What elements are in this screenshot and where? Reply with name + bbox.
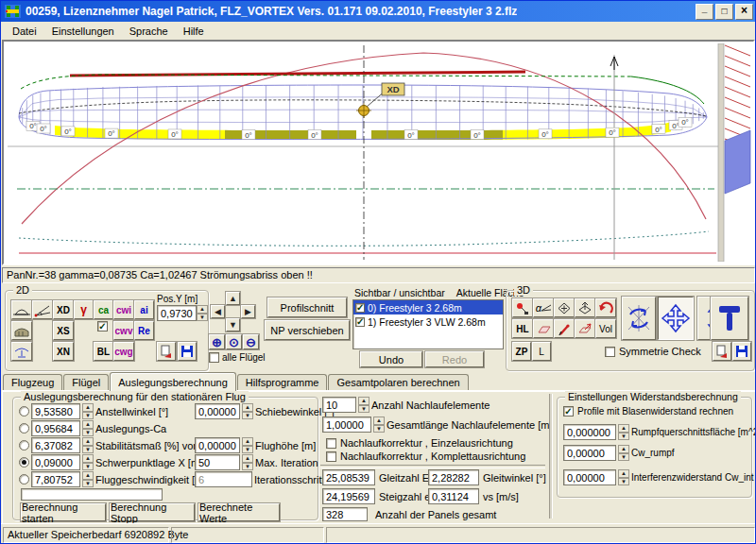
lift-3d-button[interactable] bbox=[575, 298, 595, 317]
tab-fluegel[interactable]: Flügel bbox=[63, 374, 109, 391]
radio-auslegungs-ca[interactable] bbox=[19, 423, 29, 434]
nachlaufkorrektur-komplett-checkbox[interactable] bbox=[326, 451, 336, 462]
toggle-cwv-button[interactable]: cwv bbox=[113, 321, 134, 340]
tools-button[interactable] bbox=[711, 297, 748, 340]
canvas-splitter[interactable] bbox=[718, 43, 724, 262]
maximize-button[interactable] bbox=[715, 4, 733, 20]
cw-int-spinner[interactable] bbox=[618, 469, 629, 485]
flughoehe-input[interactable] bbox=[195, 437, 240, 453]
pen-button[interactable] bbox=[554, 319, 575, 338]
copy-2d-button[interactable] bbox=[157, 342, 176, 361]
radio-schwerpunktlage[interactable] bbox=[19, 457, 29, 468]
rotate-3d-button[interactable] bbox=[622, 297, 656, 340]
minimize-button[interactable] bbox=[696, 4, 713, 20]
cw-int-input[interactable] bbox=[563, 469, 616, 485]
rumpfquerschnitt-input[interactable] bbox=[563, 424, 616, 440]
toggle-re-button[interactable]: Re bbox=[134, 321, 154, 340]
toggle-cwi-button[interactable]: cwi bbox=[113, 300, 134, 319]
profilschnitt-button[interactable]: Profilschnitt bbox=[267, 298, 347, 317]
surface-1-visible-checkbox[interactable] bbox=[355, 317, 365, 327]
alle-fluegel-checkbox[interactable] bbox=[209, 352, 219, 363]
pan-down-button[interactable] bbox=[226, 318, 240, 332]
cw-rumpf-spinner[interactable] bbox=[618, 445, 629, 461]
pin-button[interactable] bbox=[512, 298, 533, 317]
view-canopy-button[interactable] bbox=[11, 300, 32, 319]
toggle-bl-button[interactable]: BL bbox=[94, 342, 113, 361]
surface-0-visible-checkbox[interactable] bbox=[355, 303, 365, 313]
reset-view-button[interactable] bbox=[595, 298, 616, 317]
zoom-in-button[interactable] bbox=[209, 334, 225, 349]
toggle-xd-button[interactable]: XD bbox=[53, 300, 74, 319]
radio-fluggeschwindigkeit[interactable] bbox=[19, 474, 29, 484]
pan-left-button[interactable] bbox=[211, 305, 225, 318]
anstellwinkel-spinner[interactable] bbox=[82, 403, 94, 419]
zp-button[interactable]: ZP bbox=[512, 342, 531, 361]
vol-button[interactable]: Vol bbox=[595, 319, 616, 338]
pan-up-button[interactable] bbox=[226, 292, 240, 305]
np-verschieben-button[interactable]: NP verschieben bbox=[265, 320, 350, 340]
gesamtlaenge-input[interactable] bbox=[322, 416, 371, 433]
toggle-ai-button[interactable]: ai bbox=[134, 300, 154, 319]
rumpfquerschnitt-spinner[interactable] bbox=[618, 424, 629, 440]
save-2d-button[interactable] bbox=[178, 342, 197, 361]
menu-einstellungen[interactable]: Einstellungen bbox=[44, 24, 122, 39]
wing-view-canvas[interactable]: 0°0°0°0°0°0°0°0°0°0°0°0°0°0° XD bbox=[2, 40, 755, 265]
menu-hilfe[interactable]: Hilfe bbox=[176, 24, 212, 39]
toggle-cwg-button[interactable]: cwg bbox=[113, 342, 134, 361]
berechnung-starten-button[interactable]: Berechnung starten bbox=[21, 503, 106, 521]
gesamtlaenge-spinner[interactable] bbox=[373, 416, 385, 433]
schiebewinkel-spinner[interactable] bbox=[242, 403, 253, 419]
panel-normal-button[interactable] bbox=[575, 319, 595, 338]
menu-sprache[interactable]: Sprache bbox=[122, 24, 176, 39]
posy-spinner[interactable] bbox=[197, 305, 208, 321]
tab-hilfsprogramme[interactable]: Hilfsprogramme bbox=[237, 374, 328, 391]
flughoehe-spinner[interactable] bbox=[242, 437, 253, 453]
surface-list-item-0[interactable]: 0) Freestyler 3 2.68m bbox=[353, 300, 503, 314]
cw-rumpf-input[interactable] bbox=[563, 445, 616, 461]
toggle-xs-button[interactable]: XS bbox=[53, 321, 74, 340]
save-3d-button[interactable] bbox=[732, 342, 751, 361]
auslegungs-ca-input[interactable] bbox=[31, 420, 80, 436]
schiebewinkel-input[interactable] bbox=[195, 403, 240, 419]
toggle-gamma-button[interactable]: γ bbox=[74, 300, 94, 319]
ca-checkbox[interactable] bbox=[97, 321, 108, 332]
zoom-reset-button[interactable] bbox=[226, 334, 242, 349]
berechnung-stopp-button[interactable]: Berechnung Stopp bbox=[110, 503, 195, 521]
pan-right-button[interactable] bbox=[241, 305, 255, 318]
anstellwinkel-input[interactable] bbox=[31, 403, 80, 419]
hl-button[interactable]: HL bbox=[512, 319, 533, 338]
auslegungs-ca-spinner[interactable] bbox=[82, 420, 94, 436]
l-button[interactable]: L bbox=[532, 342, 551, 361]
tab-auslegungsberechnung[interactable]: Auslegungsberechnung bbox=[110, 372, 236, 391]
surface-list[interactable]: 0) Freestyler 3 2.68m 1) Freestyler 3 VL… bbox=[352, 299, 504, 349]
fluggeschwindigkeit-input[interactable] bbox=[31, 471, 80, 487]
symmetrie-check-checkbox[interactable] bbox=[605, 347, 615, 357]
radio-anstellwinkel[interactable] bbox=[19, 406, 29, 416]
anzahl-nachlauf-spinner[interactable] bbox=[358, 397, 369, 413]
posy-input[interactable] bbox=[157, 305, 197, 321]
view-angle-button[interactable] bbox=[32, 300, 53, 319]
view-hangar-button[interactable] bbox=[11, 321, 32, 340]
move-3d-button[interactable] bbox=[658, 297, 694, 340]
stabilitaetsmass-spinner[interactable] bbox=[82, 437, 94, 453]
anzahl-nachlauf-input[interactable] bbox=[322, 397, 356, 413]
pan-3d-button[interactable] bbox=[554, 298, 575, 317]
stabilitaetsmass-input[interactable] bbox=[31, 437, 80, 453]
toggle-xn-button[interactable]: XN bbox=[53, 342, 74, 361]
tab-gesamtpolaren[interactable]: Gesamtpolaren berechnen bbox=[328, 374, 468, 391]
blasenwiderstand-checkbox[interactable] bbox=[563, 406, 574, 416]
zoom-out-button[interactable] bbox=[243, 334, 259, 349]
schwerpunktlage-input[interactable] bbox=[31, 454, 80, 470]
surface-list-item-1[interactable]: 1) Freestyler 3 VLW 2.68m bbox=[353, 314, 503, 329]
view-front-button[interactable] bbox=[11, 342, 32, 361]
undo-button[interactable]: Undo bbox=[360, 351, 422, 367]
copy-3d-button[interactable] bbox=[713, 342, 731, 361]
nachlaufkorrektur-einzel-checkbox[interactable] bbox=[326, 438, 336, 449]
tab-flugzeug[interactable]: Flugzeug bbox=[3, 374, 62, 391]
radio-stabilitaetsmass[interactable] bbox=[19, 440, 29, 450]
redo-button[interactable]: Redo bbox=[425, 351, 484, 367]
alpha-view-button[interactable]: α bbox=[533, 298, 554, 317]
close-button[interactable] bbox=[735, 4, 753, 20]
fluggeschwindigkeit-spinner[interactable] bbox=[82, 471, 94, 487]
max-iteration-spinner[interactable] bbox=[242, 454, 253, 470]
